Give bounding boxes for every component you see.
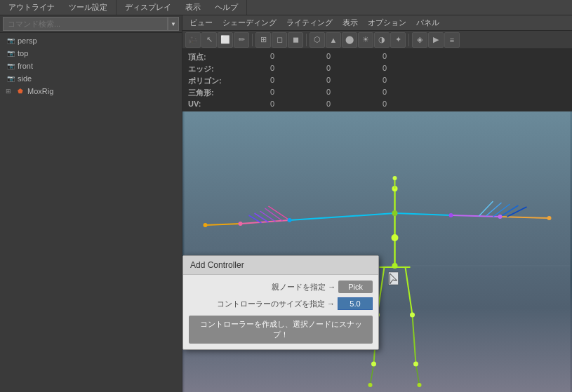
tool-obj[interactable]: ⬡: [310, 32, 325, 48]
group-icon-moxrig: ⬟: [15, 86, 25, 96]
stat-triangle-val1: 0: [244, 88, 300, 98]
vp-menu-options[interactable]: オプション: [364, 15, 411, 30]
svg-point-39: [410, 313, 415, 318]
tree-item-moxrig[interactable]: ⊞ ⬟ MoxRig: [0, 85, 182, 97]
menu-tool-settings[interactable]: ツール設定: [66, 2, 110, 13]
camera-icon-side: 📷: [6, 74, 15, 83]
command-search-input[interactable]: [3, 17, 168, 31]
svg-point-41: [418, 383, 422, 387]
svg-point-35: [368, 383, 373, 387]
stats-area: 頂点: 0 0 0 エッジ: 0 0 0 ポリゴン: 0 0 0 三角形: 0 …: [182, 49, 572, 111]
svg-point-27: [392, 234, 399, 241]
svg-point-10: [288, 218, 292, 222]
display-menu-section: ディスプレイ 表示 ヘルプ: [117, 0, 247, 15]
search-dropdown-icon[interactable]: ▼: [168, 17, 179, 31]
stat-uv-label: UV:: [188, 100, 244, 108]
separator-3: [408, 34, 409, 46]
tree-label-top: top: [18, 49, 28, 58]
dialog-size-label: コントローラーのサイズを指定 →: [189, 299, 335, 309]
svg-point-40: [413, 362, 418, 367]
tool-camera[interactable]: 🎥: [185, 32, 201, 48]
dialog-parent-label: 親ノードを指定 →: [189, 282, 335, 292]
tool-lasso[interactable]: ⬜: [218, 32, 233, 48]
tree-label-moxrig: MoxRig: [27, 87, 53, 95]
tool-grid[interactable]: ⊞: [255, 32, 271, 48]
stat-uv-val2: 0: [300, 100, 357, 108]
tree-label-side: side: [18, 74, 32, 83]
stat-vertex-val2: 0: [300, 52, 357, 62]
menu-outliner[interactable]: アウトライナ: [6, 2, 58, 13]
rig-svg: [182, 111, 572, 392]
tree-item-front[interactable]: 📷 front: [0, 60, 182, 72]
stat-vertex-val3: 0: [357, 52, 413, 62]
menu-bar: アウトライナ ツール設定 ディスプレイ 表示 ヘルプ: [0, 0, 572, 15]
svg-point-34: [371, 362, 376, 367]
tool-poly[interactable]: ▲: [326, 32, 341, 48]
svg-point-26: [392, 210, 398, 216]
stat-triangle-val2: 0: [300, 88, 357, 98]
dialog-row-pick: 親ノードを指定 → Pick: [189, 281, 373, 293]
menu-display[interactable]: ディスプレイ: [122, 2, 174, 13]
svg-rect-0: [185, 111, 571, 392]
tool-anim[interactable]: ▶: [428, 32, 444, 48]
dialog-create-button[interactable]: コントローラーを作成し、選択ノードにスナップ！: [189, 316, 373, 344]
vp-menu-lighting[interactable]: ライティング: [282, 15, 337, 30]
stat-vertex-label: 頂点:: [188, 52, 244, 62]
stat-edge-val2: 0: [300, 64, 357, 74]
vp-menu-display[interactable]: 表示: [338, 15, 362, 30]
search-container: ▼: [0, 15, 182, 33]
dialog-body: 親ノードを指定 → Pick コントローラーのサイズを指定 → コントローラーを…: [183, 275, 378, 349]
stat-polygon-val2: 0: [300, 76, 357, 86]
stat-edge-label: エッジ:: [188, 64, 244, 74]
stat-vertex-val1: 0: [244, 52, 300, 62]
stat-uv-val1: 0: [244, 100, 300, 108]
vp-menu-panels[interactable]: パネル: [412, 15, 444, 30]
tool-paint[interactable]: ✏: [234, 32, 249, 48]
camera-icon-persp: 📷: [6, 36, 15, 46]
add-controller-dialog: Add Controller 親ノードを指定 → Pick コントローラーのサイ…: [182, 255, 379, 350]
vp-menu-view[interactable]: ビュー: [185, 15, 217, 30]
dialog-size-input[interactable]: [338, 297, 373, 310]
svg-point-43: [393, 176, 397, 180]
stat-triangle-label: 三角形:: [188, 88, 244, 98]
outliner-tree: 📷 persp 📷 top 📷 front 📷 side ⊞ ⬟: [0, 33, 182, 392]
tool-light[interactable]: ☀: [358, 32, 373, 48]
expand-icon-moxrig: ⊞: [6, 88, 14, 95]
right-panel: ビュー シェーディング ライティング 表示 オプション パネル 🎥 ↖ ⬜ ✏ …: [182, 15, 572, 392]
stat-polygon-label: ポリゴン:: [188, 76, 244, 86]
tool-wire[interactable]: ◻: [272, 32, 287, 48]
viewport-menu: ビュー シェーディング ライティング 表示 オプション パネル: [182, 15, 572, 31]
viewport-canvas[interactable]: Add Controller 親ノードを指定 → Pick コントローラーのサイ…: [182, 111, 572, 392]
tool-select[interactable]: ↖: [201, 32, 217, 48]
tool-aa[interactable]: ✦: [390, 32, 406, 48]
dialog-pick-button[interactable]: Pick: [338, 281, 373, 293]
svg-point-22: [498, 215, 503, 219]
svg-point-12: [204, 223, 208, 227]
menu-help[interactable]: ヘルプ: [212, 2, 241, 13]
main-layout: ▼ 📷 persp 📷 top 📷 front 📷 side: [0, 15, 572, 392]
tool-shadow[interactable]: ◑: [374, 32, 390, 48]
dialog-title: Add Controller: [183, 256, 378, 275]
menu-view[interactable]: 表示: [182, 2, 204, 13]
outliner-menu-section: アウトライナ ツール設定: [0, 0, 117, 15]
tree-item-side[interactable]: 📷 side: [0, 72, 182, 85]
tree-item-top[interactable]: 📷 top: [0, 47, 182, 60]
stat-triangle-val3: 0: [357, 88, 413, 98]
camera-icon-front: 📷: [6, 61, 15, 71]
tree-item-persp[interactable]: 📷 persp: [0, 34, 182, 47]
tool-shade[interactable]: ◼: [288, 32, 303, 48]
viewport-toolbar: 🎥 ↖ ⬜ ✏ ⊞ ◻ ◼ ⬡ ▲ ⬤ ☀ ◑ ✦ ◈ ▶ ≡: [182, 31, 572, 49]
stat-edge-val1: 0: [244, 64, 300, 74]
vp-menu-shading[interactable]: シェーディング: [218, 15, 281, 30]
tree-label-front: front: [18, 62, 33, 70]
tool-hud[interactable]: ≡: [444, 32, 460, 48]
stat-polygon-val1: 0: [244, 76, 300, 86]
stat-polygon-val3: 0: [357, 76, 413, 86]
separator-1: [252, 34, 253, 46]
separator-2: [306, 34, 307, 46]
dialog-row-size: コントローラーのサイズを指定 →: [189, 297, 373, 310]
camera-icon-top: 📷: [6, 48, 15, 58]
tool-iso[interactable]: ◈: [412, 32, 427, 48]
tool-nurbs[interactable]: ⬤: [342, 32, 357, 48]
stat-edge-val3: 0: [357, 64, 413, 74]
